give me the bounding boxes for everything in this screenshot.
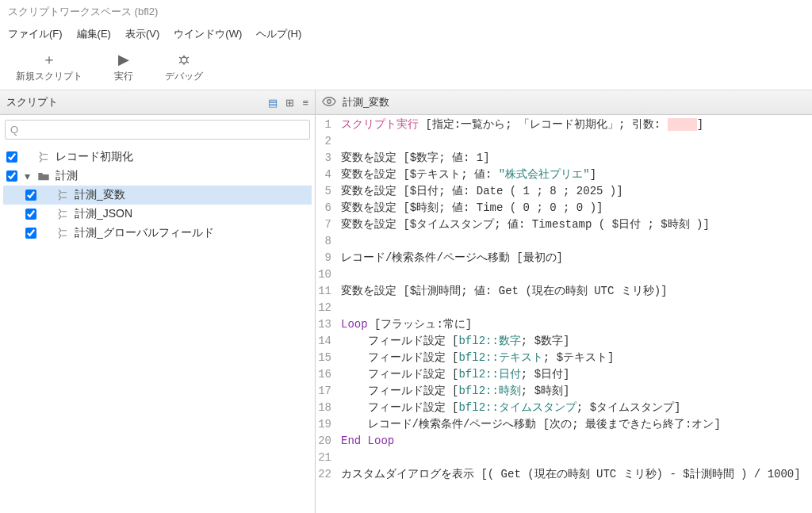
- menu-file[interactable]: ファイル(F): [8, 27, 63, 41]
- script-label: 計測_変数: [75, 188, 125, 202]
- search-box[interactable]: Q: [5, 120, 310, 140]
- new-folder-icon[interactable]: ⊞: [285, 97, 294, 109]
- script-label: レコード初期化: [56, 150, 133, 164]
- plus-icon: ＋: [42, 51, 56, 68]
- window-title: スクリプトワークスペース (bfl2): [0, 0, 812, 24]
- folder-checkbox[interactable]: [6, 170, 17, 182]
- editor-title: 計測_変数: [343, 95, 389, 109]
- visibility-icon[interactable]: [322, 96, 336, 109]
- script-icon: [56, 208, 70, 220]
- script-checkbox[interactable]: [25, 190, 36, 201]
- script-checkbox[interactable]: [25, 228, 36, 239]
- new-script-button[interactable]: ＋ 新規スクリプト: [16, 51, 82, 83]
- script-checkbox[interactable]: [25, 209, 36, 220]
- script-icon: [56, 227, 70, 239]
- folder-item-measure[interactable]: ▾ 計測: [3, 167, 312, 186]
- menu-help[interactable]: ヘルプ(H): [256, 27, 301, 41]
- menu-bar: ファイル(F) 編集(E) 表示(V) ウインドウ(W) ヘルプ(H): [0, 24, 812, 46]
- script-label: 計測_JSON: [75, 207, 132, 221]
- menu-window[interactable]: ウインドウ(W): [174, 27, 242, 41]
- scripts-sidebar: スクリプト ▤ ⊞ ≡ Q レコード初期化 ▾: [0, 90, 316, 513]
- script-icon: [36, 151, 51, 163]
- script-item-measure-var[interactable]: 計測_変数: [3, 186, 312, 205]
- play-icon: ▶: [118, 51, 129, 68]
- search-icon: Q: [10, 124, 18, 136]
- disclosure-triangle-icon[interactable]: ▾: [22, 170, 32, 182]
- script-tree: レコード初期化 ▾ 計測 計測_変数 計測_JSON: [0, 144, 315, 246]
- debug-label: デバッグ: [165, 70, 203, 83]
- svg-point-1: [327, 99, 331, 103]
- toolbar: ＋ 新規スクリプト ▶ 実行 デバッグ: [0, 46, 812, 90]
- debug-button[interactable]: デバッグ: [165, 51, 203, 83]
- script-checkbox[interactable]: [6, 151, 17, 163]
- folder-label: 計測: [56, 169, 78, 183]
- menu-icon[interactable]: ≡: [302, 97, 308, 109]
- svg-point-0: [181, 57, 187, 63]
- run-button[interactable]: ▶ 実行: [114, 51, 133, 83]
- script-label: 計測_グローバルフィールド: [75, 226, 214, 240]
- script-editor: 計測_変数 1スクリプト実行 [指定:一覧から; 「レコード初期化」; 引数: …: [316, 90, 812, 513]
- new-script-label: 新規スクリプト: [16, 70, 82, 83]
- bug-icon: [177, 51, 191, 68]
- menu-view[interactable]: 表示(V): [125, 27, 159, 41]
- script-item-measure-json[interactable]: 計測_JSON: [3, 205, 312, 224]
- script-item-record-init[interactable]: レコード初期化: [3, 147, 312, 167]
- list-view-icon[interactable]: ▤: [268, 97, 278, 109]
- script-item-measure-global[interactable]: 計測_グローバルフィールド: [3, 224, 312, 243]
- sidebar-title: スクリプト: [6, 95, 58, 109]
- search-input[interactable]: [21, 122, 304, 137]
- code-area[interactable]: 1スクリプト実行 [指定:一覧から; 「レコード初期化」; 引数: ] 2 3変…: [316, 115, 812, 513]
- folder-icon: [36, 170, 51, 182]
- menu-edit[interactable]: 編集(E): [77, 27, 111, 41]
- script-icon: [56, 189, 70, 201]
- run-label: 実行: [114, 70, 133, 83]
